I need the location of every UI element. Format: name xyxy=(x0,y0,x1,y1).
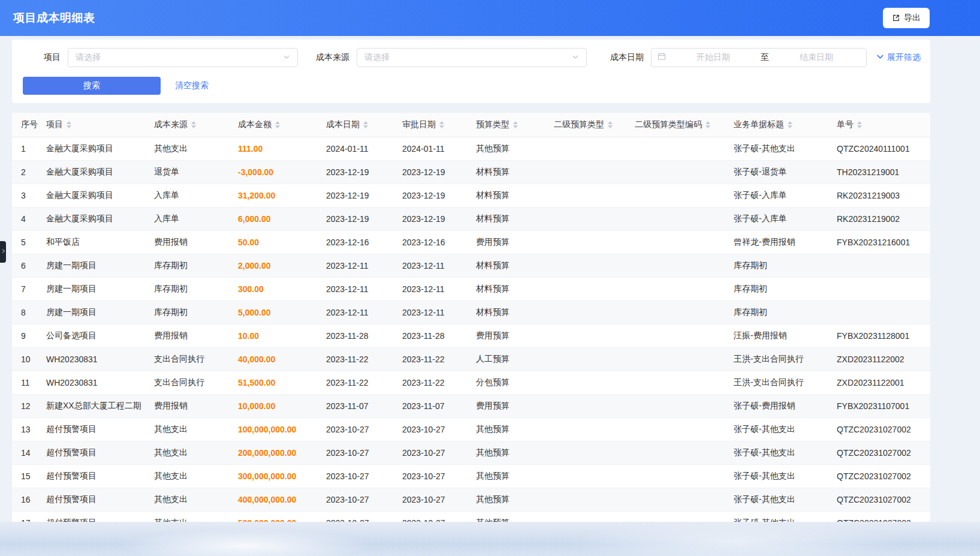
table-cell: 2 xyxy=(12,160,39,184)
table-cell: 51,500.00 xyxy=(231,371,319,394)
chevron-down-icon xyxy=(572,52,579,63)
table-cell: 1 xyxy=(12,137,39,160)
table-cell: 2023-11-22 xyxy=(319,371,395,394)
clear-search-link[interactable]: 清空搜索 xyxy=(175,80,209,91)
table-cell xyxy=(628,160,726,184)
table-cell: 111.00 xyxy=(231,137,319,160)
table-cell: 7 xyxy=(12,277,39,300)
column-label: 成本来源 xyxy=(154,119,188,129)
drawer-toggle-handle[interactable] xyxy=(0,241,6,263)
table-row: 8房建一期项目库存期初5,000.002023-12-112023-12-11材… xyxy=(12,300,930,324)
table-header-row: 序号项目成本来源成本金额成本日期审批日期预算类型二级预算类型二级预算类型编码业务… xyxy=(12,113,930,137)
table-cell: 2,000.00 xyxy=(231,254,319,277)
page-background xyxy=(0,522,980,556)
table-cell xyxy=(547,300,628,324)
table-cell: 张子硕-其他支出 xyxy=(726,417,830,441)
table-cell: 2023-12-11 xyxy=(395,254,469,277)
filter-row: 项目 请选择 成本来源 请选择 成本日期 xyxy=(23,48,921,67)
table-cell: 张子硕-其他支出 xyxy=(726,137,830,160)
table-cell: 费用预算 xyxy=(469,230,547,254)
table-cell: 张子硕-其他支出 xyxy=(726,511,830,522)
table-cell: 其他支出 xyxy=(147,511,231,522)
export-button[interactable]: 导出 xyxy=(883,8,930,28)
table-cell: 2023-10-27 xyxy=(319,417,395,441)
sort-icon[interactable] xyxy=(705,121,710,128)
table-cell xyxy=(628,207,726,230)
table-cell: 库存期初 xyxy=(726,254,830,277)
search-button[interactable]: 搜索 xyxy=(23,77,161,95)
table-row: 14超付预警项目其他支出200,000,000.002023-10-272023… xyxy=(12,441,930,464)
table-cell: 2023-12-11 xyxy=(395,277,469,300)
expand-filter-link[interactable]: 展开筛选 xyxy=(876,52,921,63)
sort-icon[interactable] xyxy=(67,121,71,128)
table-cell: FYBX20231216001 xyxy=(830,230,930,254)
sort-icon[interactable] xyxy=(788,121,792,128)
table-cell: 其他支出 xyxy=(147,488,231,511)
table-cell: 2023-11-22 xyxy=(395,371,469,394)
sort-icon[interactable] xyxy=(191,121,196,128)
column-header-6[interactable]: 预算类型 xyxy=(469,113,547,137)
column-header-4[interactable]: 成本日期 xyxy=(319,113,395,137)
table-cell xyxy=(628,324,726,347)
table-cell: 库存期初 xyxy=(147,254,231,277)
column-header-5[interactable]: 审批日期 xyxy=(395,113,469,137)
table-cell: 200,000,000.00 xyxy=(231,441,319,464)
project-filter-label: 项目 xyxy=(44,52,61,63)
sort-icon[interactable] xyxy=(363,121,368,128)
start-date-input[interactable]: 开始日期 xyxy=(670,52,757,63)
table-cell: 2023-11-07 xyxy=(395,394,469,417)
table-cell: 张子硕-退货单 xyxy=(726,160,830,184)
table-cell: 材料预算 xyxy=(469,254,547,277)
table-cell: 10,000.00 xyxy=(231,394,319,417)
sort-icon[interactable] xyxy=(857,121,862,128)
project-select[interactable]: 请选择 xyxy=(68,48,298,67)
table-cell: RK20231219002 xyxy=(830,207,930,230)
table-cell: 2023-12-19 xyxy=(319,207,395,230)
cost-date-range-picker[interactable]: 开始日期 至 结束日期 xyxy=(651,48,867,67)
cost-source-select[interactable]: 请选择 xyxy=(357,48,587,67)
column-header-1[interactable]: 项目 xyxy=(39,113,147,137)
table-cell: 2023-12-11 xyxy=(319,277,395,300)
table-cell: 500,000,000.00 xyxy=(231,511,319,522)
table-cell: -3,000.00 xyxy=(231,160,319,184)
sort-icon[interactable] xyxy=(275,121,280,128)
column-header-8[interactable]: 二级预算类型编码 xyxy=(628,113,726,137)
column-label: 序号 xyxy=(21,119,38,129)
table-cell xyxy=(628,417,726,441)
table-cell: 张子硕-费用报销 xyxy=(726,394,830,417)
sort-icon[interactable] xyxy=(608,121,613,128)
table-cell: 张子硕-其他支出 xyxy=(726,441,830,464)
column-header-7[interactable]: 二级预算类型 xyxy=(547,113,628,137)
chevron-down-icon xyxy=(283,52,290,63)
column-header-9[interactable]: 业务单据标题 xyxy=(726,113,830,137)
table-cell xyxy=(547,441,628,464)
table-cell xyxy=(547,371,628,394)
cost-date-filter: 成本日期 开始日期 至 结束日期 xyxy=(610,48,867,67)
table-cell xyxy=(547,394,628,417)
table-cell: 支出合同执行 xyxy=(147,347,231,371)
sort-icon[interactable] xyxy=(513,121,518,128)
table-cell: 300,000,000.00 xyxy=(231,464,319,488)
table-cell: 10 xyxy=(12,347,39,371)
column-header-2[interactable]: 成本来源 xyxy=(147,113,231,137)
table-cell: 超付预警项目 xyxy=(39,441,147,464)
table-cell: 3 xyxy=(12,184,39,207)
table-cell: FYBX20231128001 xyxy=(830,324,930,347)
column-header-3[interactable]: 成本金额 xyxy=(231,113,319,137)
end-date-input[interactable]: 结束日期 xyxy=(773,52,860,63)
table-cell: 5 xyxy=(12,230,39,254)
table-cell: 4 xyxy=(12,207,39,230)
table-row: 2金融大厦采购项目退货单-3,000.002023-12-192023-12-1… xyxy=(12,160,930,184)
table-cell: 12 xyxy=(12,394,39,417)
column-header-0: 序号 xyxy=(12,113,39,137)
table-cell xyxy=(628,371,726,394)
table-cell: 张子硕-其他支出 xyxy=(726,488,830,511)
table-row: 11WH20230831支出合同执行51,500.002023-11-22202… xyxy=(12,371,930,394)
export-label: 导出 xyxy=(904,13,921,23)
table-cell: 费用报销 xyxy=(147,324,231,347)
sort-icon[interactable] xyxy=(439,121,444,128)
table-cell: 2023-10-27 xyxy=(395,511,469,522)
table-cell: 超付预警项目 xyxy=(39,511,147,522)
column-header-10[interactable]: 单号 xyxy=(830,113,930,137)
table-row: 13超付预警项目其他支出100,000,000.002023-10-272023… xyxy=(12,417,930,441)
